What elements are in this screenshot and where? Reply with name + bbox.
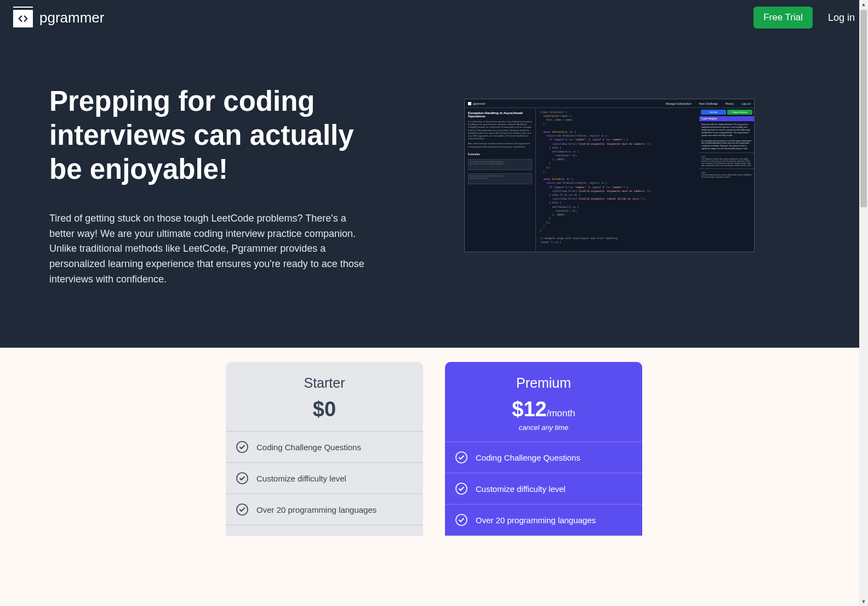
log-in-button[interactable]: Log in: [828, 12, 855, 24]
feature-text: Coding Challenge Questions: [256, 443, 361, 452]
feature-text: Coding Challenge Questions: [476, 453, 580, 462]
check-circle-icon: [236, 440, 249, 454]
premium-price-unit: /month: [547, 408, 575, 418]
hero-text: Prepping for coding interviews can actua…: [49, 84, 367, 287]
pricing-card-premium: Premium $12/month cancel any time Coding…: [445, 362, 642, 536]
mock-code-editor: class Calculator { constructor(name) { t…: [536, 108, 699, 252]
feature-row: Over 20 programming languages: [226, 494, 423, 525]
brand-logo-icon: [13, 8, 33, 27]
mock-nav-manage: Manage Subscription: [666, 102, 692, 105]
header-actions: Free Trial Log in: [753, 7, 855, 29]
brand-name: pgrammer: [39, 9, 104, 26]
hero-headline: Prepping for coding interviews can actua…: [49, 84, 367, 187]
feature-text: Over 20 programming languages: [256, 505, 376, 514]
svg-point-4: [456, 483, 467, 494]
premium-price: $12/month: [456, 398, 631, 421]
feature-row: Coding Challenge Questions: [445, 442, 642, 473]
mock-brand: pgrammer: [473, 102, 486, 105]
mock-nav-logout: Log out: [741, 102, 751, 105]
check-circle-icon: [236, 503, 249, 516]
svg-point-2: [237, 504, 248, 515]
hero-body: Tired of getting stuck on those tough Le…: [49, 211, 367, 287]
top-header: pgrammer Free Trial Log in: [0, 0, 868, 35]
scroll-thumb[interactable]: [860, 10, 867, 207]
svg-point-3: [456, 452, 467, 463]
svg-point-0: [237, 441, 248, 452]
starter-name: Starter: [237, 375, 412, 391]
feature-row: Coding Challenge Questions: [226, 432, 423, 463]
feature-row: Customize difficulty level: [226, 463, 423, 494]
check-circle-icon: [236, 472, 249, 485]
pricing-card-starter: Starter $0 Coding Challenge Questions Cu…: [226, 362, 423, 536]
mock-nav-history: History: [726, 102, 734, 105]
premium-note: cancel any time: [456, 423, 631, 432]
free-trial-button[interactable]: Free Trial: [753, 7, 813, 29]
brand[interactable]: pgrammer: [13, 8, 104, 27]
check-circle-icon: [455, 482, 468, 495]
mock-problem-desc-2: Also, show how you would use these funct…: [468, 142, 532, 148]
check-circle-icon: [455, 513, 468, 526]
page-scrollbar[interactable]: ▲ ▼: [859, 0, 868, 536]
feature-text: Customize difficulty level: [476, 484, 566, 494]
feature-text: Over 20 programming languages: [476, 516, 596, 525]
product-screenshot: pgrammer Manage Subscription New Challen…: [464, 99, 755, 252]
mock-example-1: let calculator = new Calculator('My Calc…: [468, 159, 532, 170]
starter-price: $0: [237, 398, 412, 421]
hero-section: Prepping for coding interviews can actua…: [0, 35, 868, 348]
premium-price-amount: $12: [512, 398, 546, 421]
svg-point-1: [237, 473, 248, 484]
mock-problem-desc: In continuation of the previous question…: [468, 120, 532, 140]
pricing-section: Starter $0 Coding Challenge Questions Cu…: [0, 348, 868, 536]
svg-point-5: [456, 514, 467, 525]
feature-row: Over 20 programming languages: [445, 505, 642, 536]
mock-nav-new: New Challenge: [699, 102, 718, 105]
mock-submit-button: Submit Solution: [727, 110, 752, 115]
premium-name: Premium: [456, 375, 631, 391]
mock-problem-title: Exception Handling in Async/Await Operat…: [468, 111, 532, 118]
mock-code-analysis-tab: Code Analysis: [699, 116, 754, 121]
mock-examples-label: Examples: [468, 152, 532, 156]
feature-row: Customize difficulty level: [445, 473, 642, 505]
feature-text: Customize difficulty level: [256, 474, 346, 483]
mock-example-2: let calculator = new Calculator('My Calc…: [468, 173, 532, 184]
hero-image-wrap: pgrammer Manage Subscription New Challen…: [400, 84, 819, 252]
scroll-up-arrow-icon[interactable]: ▲: [859, 0, 868, 9]
check-circle-icon: [455, 451, 468, 464]
mock-analysis-text: Great job with the implementation! The w…: [699, 121, 754, 152]
mock-get-hint-button: Get Hint: [701, 110, 726, 115]
